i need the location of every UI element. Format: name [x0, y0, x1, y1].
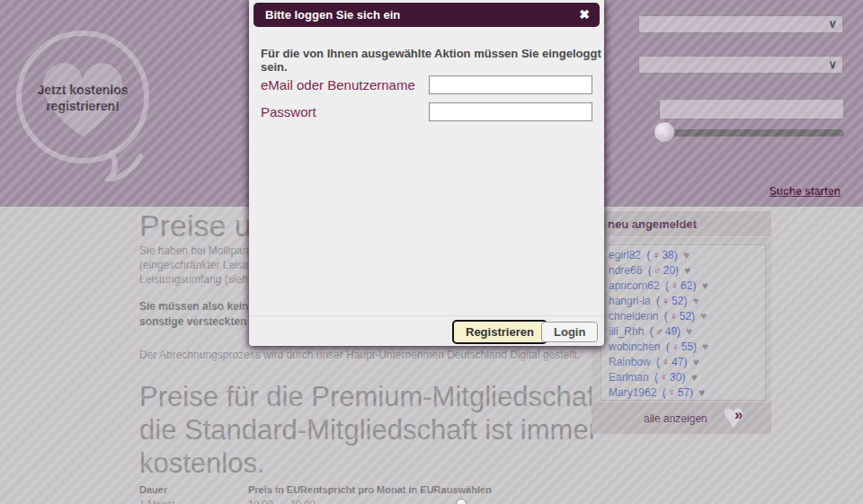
col-preis: Preis in EUR [248, 484, 307, 495]
user-link[interactable]: Rainbow [609, 356, 651, 368]
page: Jetzt kostenlos registrieren! ∨ ∨ ♥ Such… [0, 0, 863, 504]
pricing-title-line: Preise für die Premium-Mitgliedschaft, [139, 380, 610, 413]
range-slider-handle[interactable]: ♥ [654, 121, 675, 143]
bold-paragraph: Sie müssen also kein sonstige versteckte… [139, 299, 248, 330]
logo-text-line2: registrieren! [46, 99, 120, 113]
list-item: chneiderin (♀52)♥ [609, 310, 765, 325]
pricing-table-header: DauerPreis in EURentspricht pro Monat in… [139, 484, 492, 495]
billing-note: Der Abrechnungsprozess wird durch unser … [139, 349, 580, 361]
close-icon[interactable]: ✖ [579, 7, 590, 22]
list-item: egirl82 (♀38)♥ [609, 249, 765, 264]
bold-line: sonstige versteckten [139, 314, 248, 330]
double-arrow-icon: » [734, 406, 743, 424]
favorite-heart-icon[interactable]: ♥ [686, 325, 692, 338]
speech-bubble-heart-icon: Jetzt kostenlos registrieren! [7, 23, 165, 181]
user-link[interactable]: illi_Rhh [609, 325, 644, 338]
user-link[interactable]: apricorn62 [609, 279, 660, 292]
intro-line: Leistungsumfang (siehe [139, 272, 264, 287]
modal-header: Bitte loggen Sie sich ein ✖ [254, 3, 600, 27]
user-link[interactable]: ndre66 [609, 264, 642, 277]
register-cta-bubble[interactable]: Jetzt kostenlos registrieren! [7, 23, 165, 181]
range-slider-track[interactable] [659, 129, 844, 137]
col-dauer: Dauer [139, 484, 248, 495]
modal-title: Bitte loggen Sie sich ein [265, 8, 400, 22]
plan-select-radio[interactable] [456, 499, 467, 504]
user-link[interactable]: wobinchen [609, 340, 660, 353]
gender-icon: ♀ [670, 310, 678, 323]
pricing-row: 1 Monat10.0010.00 [139, 499, 316, 504]
list-item: hangri-la (♀52)♥ [609, 295, 765, 310]
gender-icon: ♂ [655, 325, 663, 338]
register-button[interactable]: Registrieren [452, 320, 547, 344]
list-item: Earlman (♀30)♥ [609, 371, 765, 386]
bold-line: Sie müssen also kein [139, 299, 248, 314]
password-label: Passwort [261, 104, 316, 119]
favorite-heart-icon[interactable]: ♥ [702, 340, 708, 353]
login-modal: Bitte loggen Sie sich ein ✖ Für die von … [249, 0, 604, 346]
password-field[interactable] [429, 102, 592, 121]
email-label: eMail oder Benutzername [261, 77, 415, 93]
search-select-1[interactable]: ∨ [638, 15, 843, 33]
show-all-link[interactable]: alle anzeigen [644, 412, 707, 425]
panel-header: neu angemeldet [592, 211, 771, 237]
chevron-down-icon: ∨ [828, 57, 837, 71]
logo-text-line1: Jetzt kostenlos [37, 83, 128, 97]
show-all-button[interactable]: ♥ » [723, 395, 764, 437]
user-link[interactable]: Earlman [609, 371, 649, 384]
gender-icon: ♀ [668, 386, 676, 399]
favorite-heart-icon[interactable]: ♥ [698, 386, 705, 399]
modal-footer-divider [249, 315, 604, 316]
gender-icon: ♀ [652, 249, 660, 261]
per-month-cell: 10.00 [290, 499, 316, 504]
col-auswaehlen: auswählen [441, 484, 492, 495]
modal-info-text: Für die von Ihnen ausgewählte Aktion müs… [261, 47, 604, 74]
login-button[interactable]: Login [541, 322, 598, 342]
pricing-title-line: kostenlos. [139, 447, 610, 480]
panel-footer: alle anzeigen ♥ » [592, 402, 771, 434]
list-item: ndre66 (♂20)♥ [609, 264, 765, 279]
gender-icon: ♂ [654, 264, 662, 277]
intro-line: Sie haben bei Mollipartner [139, 243, 264, 258]
price-cell: 10.00 [248, 499, 290, 504]
duration-cell: 1 Monat [139, 499, 248, 504]
favorite-heart-icon[interactable]: ♥ [701, 279, 707, 292]
list-item: wobinchen (♀55)♥ [609, 340, 765, 356]
favorite-heart-icon[interactable]: ♥ [690, 371, 697, 384]
email-field[interactable] [429, 75, 592, 94]
gender-icon: ♀ [662, 295, 670, 307]
favorite-heart-icon[interactable]: ♥ [692, 295, 698, 307]
panel-title: neu angemeldet [592, 211, 771, 231]
favorite-heart-icon[interactable]: ♥ [684, 264, 690, 277]
user-link[interactable]: egirl82 [609, 249, 641, 261]
favorite-heart-icon[interactable]: ♥ [692, 356, 698, 368]
user-link[interactable]: Mary1962 [609, 386, 656, 399]
gender-icon: ♀ [672, 340, 680, 353]
user-link[interactable]: chneiderin [609, 310, 658, 323]
list-item: illi_Rhh (♂49)♥ [609, 325, 765, 340]
start-search-link[interactable]: Suche starten [770, 185, 841, 198]
intro-line: (eingeschränkter Leistun [139, 258, 264, 272]
col-pro-monat: entspricht pro Monat in EUR [307, 484, 441, 495]
pricing-title: Preise für die Premium-Mitgliedschaft, d… [139, 380, 610, 480]
search-keyword-input[interactable] [659, 99, 844, 119]
gender-icon: ♀ [671, 279, 679, 292]
list-item: Rainbow (♀47)♥ [609, 356, 765, 371]
user-link[interactable]: hangri-la [609, 295, 651, 307]
gender-icon: ♀ [662, 356, 670, 368]
pricing-title-line: die Standard-Mitgliedschaft ist immer [139, 413, 610, 447]
gender-icon: ♀ [660, 371, 668, 384]
user-list: egirl82 (♀38)♥ ndre66 (♂20)♥ apricorn62 … [601, 244, 766, 401]
search-select-2[interactable]: ∨ [638, 56, 843, 74]
favorite-heart-icon[interactable]: ♥ [700, 310, 707, 323]
list-item: apricorn62 (♀62)♥ [609, 279, 765, 295]
favorite-heart-icon[interactable]: ♥ [683, 249, 690, 261]
heart-icon: ♥ [661, 126, 667, 138]
intro-paragraph: Sie haben bei Mollipartner (eingeschränk… [139, 243, 264, 287]
new-members-panel: neu angemeldet egirl82 (♀38)♥ ndre66 (♂2… [592, 211, 771, 434]
chevron-down-icon: ∨ [828, 17, 837, 31]
